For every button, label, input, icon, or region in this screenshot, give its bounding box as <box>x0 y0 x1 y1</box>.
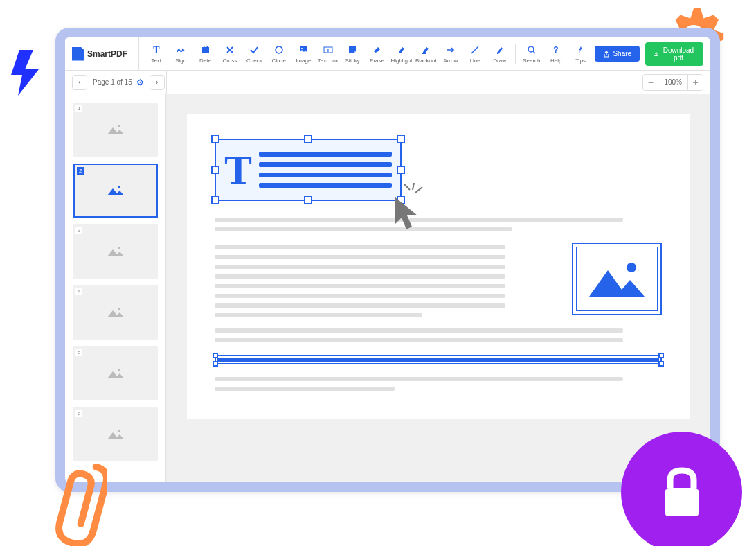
tips-icon <box>575 44 586 55</box>
svg-rect-20 <box>665 488 699 516</box>
image-placeholder-icon <box>106 183 125 198</box>
resize-handle[interactable] <box>213 361 218 367</box>
zoom-out-button[interactable]: − <box>643 75 658 90</box>
svg-rect-3 <box>204 46 205 48</box>
cross-icon <box>224 44 235 55</box>
tool-arrow[interactable]: Arrow <box>439 37 462 70</box>
tool-textbox[interactable]: T Text box <box>316 37 339 70</box>
date-icon <box>200 44 211 55</box>
help-icon: ? <box>550 44 561 55</box>
thumbnail-panel: 1 2 3 4 5 6 <box>65 94 166 482</box>
text-line <box>215 255 505 259</box>
tool-erase[interactable]: Erase <box>366 37 388 70</box>
tool-line[interactable]: Line <box>464 37 487 70</box>
svg-point-15 <box>118 247 120 249</box>
thumbnail-4[interactable]: 4 <box>73 285 158 340</box>
page-indicator: Page 1 of 15 ⚙ <box>93 78 144 87</box>
prev-page-button[interactable]: ‹ <box>72 75 87 90</box>
sticky-icon <box>347 44 358 55</box>
svg-rect-1 <box>202 47 209 53</box>
search-icon <box>526 44 537 55</box>
highlight-icon <box>396 44 407 55</box>
text-line <box>215 284 505 288</box>
app-name: SmartPDF <box>87 49 127 59</box>
tool-blackout[interactable]: Blackout <box>415 37 438 70</box>
tool-help[interactable]: ? Help <box>545 37 568 70</box>
logo-icon <box>72 47 84 61</box>
sidebar-divider <box>166 71 167 94</box>
text-icon: T <box>151 44 162 55</box>
svg-point-11 <box>528 46 534 52</box>
tool-draw[interactable]: Draw <box>488 37 511 70</box>
tool-sticky[interactable]: Sticky <box>341 37 363 70</box>
draw-icon <box>494 44 505 55</box>
image-placeholder-icon <box>106 427 125 442</box>
resize-handle[interactable] <box>397 166 405 174</box>
share-button[interactable]: Share <box>595 46 640 62</box>
resize-handle[interactable] <box>211 166 219 174</box>
image-placeholder-icon <box>586 255 648 303</box>
sign-icon <box>175 44 186 55</box>
text-line <box>215 377 623 381</box>
resize-handle[interactable] <box>658 361 664 367</box>
svg-point-13 <box>118 125 120 127</box>
tool-circle[interactable]: Circle <box>267 37 290 70</box>
tool-image[interactable]: Image <box>292 37 315 70</box>
tool-date[interactable]: Date <box>194 37 217 70</box>
resize-handle[interactable] <box>304 196 312 204</box>
tool-search[interactable]: Search <box>520 37 543 70</box>
text-glyph: T <box>224 149 252 191</box>
textbox-icon: T <box>323 44 334 55</box>
svg-text:T: T <box>326 47 330 53</box>
svg-point-17 <box>118 369 120 371</box>
lock-icon <box>658 465 706 520</box>
document-page[interactable]: T <box>187 114 690 419</box>
zoom-control: − 100% + <box>642 74 703 91</box>
pager-bar: ‹ Page 1 of 15 ⚙ › − 100% + <box>65 71 710 94</box>
resize-handle[interactable] <box>211 135 219 143</box>
image-placeholder-icon <box>106 122 125 137</box>
cursor-icon <box>391 193 426 235</box>
lock-badge <box>621 432 742 546</box>
resize-handle[interactable] <box>304 135 312 143</box>
text-line <box>215 227 512 231</box>
thumbnail-2[interactable]: 2 <box>73 164 158 218</box>
thumbnail-6[interactable]: 6 <box>73 407 158 461</box>
blackout-icon <box>420 44 431 55</box>
tool-check[interactable]: Check <box>243 37 266 70</box>
image-selection[interactable] <box>572 243 662 315</box>
text-line <box>215 387 395 391</box>
text-line <box>215 274 505 279</box>
image-placeholder-icon <box>106 366 125 381</box>
tool-tips[interactable]: Tips <box>569 37 592 70</box>
text-block-selection[interactable]: T <box>215 139 402 201</box>
thumbnail-5[interactable]: 5 <box>73 346 158 400</box>
resize-handle[interactable] <box>211 196 219 204</box>
image-placeholder-icon <box>106 244 125 259</box>
tool-sign[interactable]: Sign <box>169 37 192 70</box>
svg-text:?: ? <box>554 45 559 55</box>
zoom-in-button[interactable]: + <box>687 75 703 90</box>
arrow-icon <box>445 44 456 55</box>
thumbnail-3[interactable]: 3 <box>73 224 158 279</box>
tool-cross[interactable]: Cross <box>218 37 241 70</box>
image-placeholder-icon <box>106 305 125 320</box>
toolbar: SmartPDF T Text Sign Date Cross Check Ci… <box>65 37 710 71</box>
thumbnail-1[interactable]: 1 <box>73 103 158 157</box>
tool-highlight[interactable]: Highlight <box>390 37 413 70</box>
svg-rect-4 <box>206 46 208 48</box>
resize-handle[interactable] <box>397 135 405 143</box>
line-selection[interactable] <box>215 355 662 364</box>
text-line <box>215 338 623 342</box>
zoom-value: 100% <box>658 78 687 86</box>
resize-handle[interactable] <box>213 353 218 358</box>
next-page-button[interactable]: › <box>150 75 165 90</box>
canvas[interactable]: T <box>166 94 710 482</box>
tool-text[interactable]: T Text <box>145 37 168 70</box>
svg-point-18 <box>118 430 120 432</box>
download-button[interactable]: Download pdf <box>645 42 703 66</box>
text-line <box>215 265 505 269</box>
page-settings-icon[interactable]: ⚙ <box>136 78 144 87</box>
resize-handle[interactable] <box>658 353 664 358</box>
app-logo[interactable]: SmartPDF <box>72 37 139 70</box>
